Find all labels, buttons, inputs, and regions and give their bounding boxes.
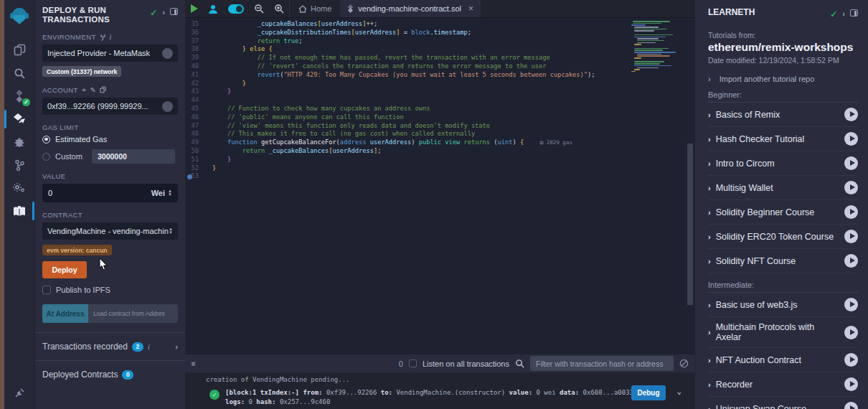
code-line[interactable]: 37 return true;: [185, 37, 694, 46]
transaction-log-entry[interactable]: ✓ [block:1 txIndex:-] from: 0xf39...9226…: [206, 388, 694, 406]
play-icon[interactable]: [844, 181, 858, 194]
play-icon[interactable]: [844, 156, 858, 170]
deployed-contracts-row[interactable]: Deployed Contracts 0: [35, 361, 185, 388]
chevron-right-icon[interactable]: ›: [708, 111, 711, 119]
tutorial-item[interactable]: ›Intro to Circom: [708, 151, 858, 176]
chevron-right-icon[interactable]: ›: [708, 232, 711, 241]
tutorial-item[interactable]: ›Solidity ERC20 Token Course: [708, 225, 858, 249]
breakpoint-dot[interactable]: [187, 174, 192, 179]
tutorial-item[interactable]: ›Multichain Protocols with Axelar: [708, 317, 858, 348]
play-icon[interactable]: [844, 326, 858, 339]
code-line[interactable]: 38 } else {: [185, 45, 694, 54]
transaction-filter-input[interactable]: [530, 356, 674, 371]
listen-all-checkbox[interactable]: [409, 359, 417, 367]
code-line[interactable]: 46 // 'public' means anyone can call thi…: [185, 113, 694, 122]
tutorial-item[interactable]: ›Basics of Remix: [708, 103, 858, 127]
zoom-out-icon[interactable]: [249, 0, 269, 17]
info-icon[interactable]: i: [148, 343, 150, 351]
chevron-right-icon[interactable]: ›: [708, 135, 711, 144]
chevron-right-icon[interactable]: ›: [708, 380, 711, 389]
play-icon[interactable]: [844, 205, 858, 219]
code-line[interactable]: 35 _cupcakeBalances[userAddress]++;: [185, 20, 694, 29]
deploy-and-run-icon[interactable]: [4, 108, 34, 131]
learneth-icon[interactable]: [4, 199, 34, 222]
tutorial-item[interactable]: ›Recorder: [708, 372, 858, 397]
search-icon[interactable]: [4, 62, 34, 85]
chevron-right-icon[interactable]: ›: [708, 356, 711, 365]
pin-panel-icon[interactable]: [170, 8, 178, 15]
play-icon[interactable]: [844, 108, 858, 121]
transactions-recorded-row[interactable]: Transactions recorded 2 i ›: [35, 333, 185, 360]
chevron-right-icon[interactable]: ›: [708, 159, 711, 168]
code-line[interactable]: 51 }: [185, 156, 694, 164]
tutorial-item[interactable]: ›Uniswap Swap Course: [708, 397, 858, 409]
code-line[interactable]: 36 _cupcakeDistributionTimes[userAddress…: [185, 29, 694, 37]
code-line[interactable]: 52}: [185, 164, 694, 173]
zoom-in-icon[interactable]: [269, 0, 289, 17]
tab-vending-machine-contract[interactable]: vending-machine-contract.sol ×: [340, 0, 481, 17]
code-line[interactable]: 39 // If not enough time has passed, rev…: [185, 54, 694, 62]
collapse-panel-icon[interactable]: ›: [162, 8, 165, 17]
solidity-compiler-icon[interactable]: ✓: [4, 85, 34, 108]
code-line[interactable]: 41 revert("HTTP 429: Too Many Cupcakes (…: [185, 71, 694, 80]
tutorial-item[interactable]: ›Solidity Beginner Course: [708, 200, 858, 225]
contract-stepper-icon[interactable]: ▲▼: [169, 227, 173, 235]
tutorial-item[interactable]: ›Solidity NFT Course: [708, 249, 858, 273]
clear-console-icon[interactable]: [679, 359, 689, 368]
account-select[interactable]: 0xf39...92266 (9999.99929...: [42, 98, 178, 115]
at-address-input[interactable]: [88, 304, 178, 323]
code-line[interactable]: 47 // 'view' means this function only re…: [185, 122, 694, 131]
tutorial-item[interactable]: ›Basic use of web3.js: [708, 293, 858, 317]
code-editor[interactable]: 35 _cupcakeBalances[userAddress]++;36 _c…: [185, 18, 694, 348]
collapse-panel-icon[interactable]: ›: [842, 9, 845, 18]
settings-icon[interactable]: [4, 177, 34, 199]
code-line[interactable]: 42 }: [185, 80, 694, 88]
close-tab-icon[interactable]: ×: [468, 4, 473, 14]
play-icon[interactable]: [844, 254, 858, 268]
play-icon[interactable]: [844, 230, 858, 243]
tutorial-item[interactable]: ›NFT Auction Contract: [708, 348, 858, 372]
file-explorer-icon[interactable]: [4, 37, 34, 62]
expand-tx-icon[interactable]: ⌄: [676, 387, 681, 396]
code-line[interactable]: 50 return _cupcakeBalances[userAddress];: [185, 147, 694, 156]
value-unit-select[interactable]: Wei: [151, 189, 165, 197]
account-settings-icon[interactable]: [162, 101, 173, 112]
custom-gas-input[interactable]: [92, 149, 175, 164]
environment-settings-icon[interactable]: [162, 48, 173, 59]
code-line[interactable]: 40 // 'revert' cancels the transaction a…: [185, 62, 694, 71]
play-icon[interactable]: [844, 402, 858, 409]
chevron-right-icon[interactable]: ›: [708, 405, 711, 409]
debugger-icon[interactable]: [4, 131, 34, 154]
editor-vertical-scrollbar[interactable]: [687, 18, 693, 348]
info-icon[interactable]: i: [110, 33, 112, 41]
chevron-right-icon[interactable]: ›: [708, 328, 711, 337]
chevron-right-icon[interactable]: ›: [708, 257, 711, 265]
chevron-right-icon[interactable]: ›: [708, 301, 711, 309]
code-line[interactable]: 45 // Function to check how many cupcake…: [185, 105, 694, 113]
chevron-right-icon[interactable]: ›: [708, 208, 711, 217]
play-icon[interactable]: [844, 298, 858, 311]
expand-transactions-icon[interactable]: ›: [175, 342, 178, 351]
edit-account-icon[interactable]: ✎: [90, 86, 97, 94]
chevron-right-icon[interactable]: ›: [708, 184, 711, 192]
code-line[interactable]: 53: [185, 172, 694, 181]
copy-account-icon[interactable]: [100, 86, 106, 93]
collapse-terminal-icon[interactable]: «: [188, 361, 198, 366]
code-line[interactable]: 44: [185, 96, 694, 105]
remix-ai-assistant-icon[interactable]: [203, 0, 223, 17]
custom-gas-radio[interactable]: [42, 153, 50, 161]
estimated-gas-radio[interactable]: [42, 136, 50, 144]
pin-panel-icon[interactable]: [850, 9, 858, 17]
code-line[interactable]: 49 function getCupcakeBalanceFor(address…: [185, 138, 694, 147]
at-address-button[interactable]: At Address: [42, 304, 88, 323]
play-icon[interactable]: [844, 132, 858, 146]
remix-logo[interactable]: [4, 4, 34, 27]
run-script-button[interactable]: [185, 0, 203, 17]
debug-button[interactable]: Debug: [631, 385, 666, 400]
unit-stepper-icon[interactable]: ▲▼: [168, 189, 172, 197]
editor-minimap[interactable]: [631, 19, 687, 73]
plugin-connect-icon[interactable]: [4, 382, 34, 405]
tutorial-item[interactable]: ›Hash Checker Tutorial: [708, 127, 858, 151]
play-icon[interactable]: [844, 353, 858, 367]
copilot-toggle[interactable]: [223, 0, 249, 17]
